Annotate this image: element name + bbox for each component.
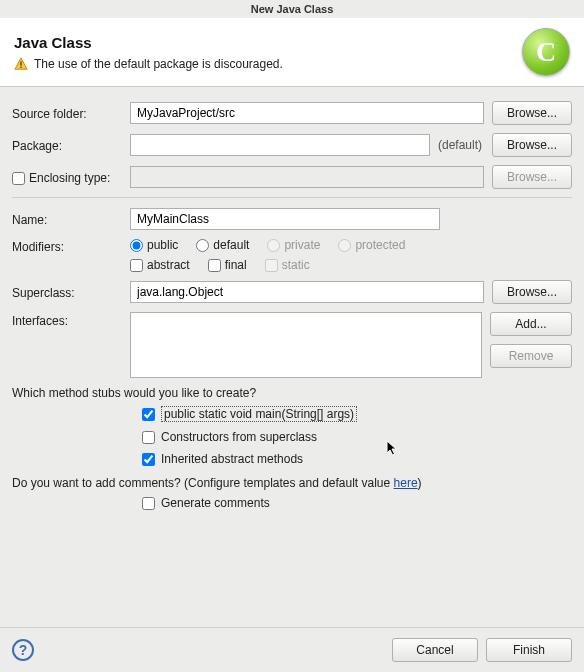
modifiers-label: Modifiers:	[12, 238, 122, 254]
method-stubs-question: Which method stubs would you like to cre…	[12, 386, 572, 400]
browse-package-button[interactable]: Browse...	[492, 133, 572, 157]
form-body: Source folder: Browse... Package: (defau…	[0, 87, 584, 514]
package-label: Package:	[12, 137, 122, 153]
warning-message: The use of the default package is discou…	[14, 57, 522, 71]
modifier-protected: protected	[338, 238, 405, 252]
help-icon[interactable]: ?	[12, 639, 34, 661]
modifier-default[interactable]: default	[196, 238, 249, 252]
source-folder-input[interactable]	[130, 102, 484, 124]
stub-main-method[interactable]: public static void main(String[] args)	[142, 406, 572, 422]
window-title: New Java Class	[0, 0, 584, 18]
remove-interface-button: Remove	[490, 344, 572, 368]
class-icon: C	[522, 28, 570, 76]
name-input[interactable]	[130, 208, 440, 230]
package-input[interactable]	[130, 134, 430, 156]
cancel-button[interactable]: Cancel	[392, 638, 478, 662]
enclosing-type-label[interactable]: Enclosing type:	[12, 169, 122, 185]
warning-icon	[14, 57, 28, 71]
dialog-footer: ? Cancel Finish	[0, 627, 584, 672]
warning-text: The use of the default package is discou…	[34, 57, 283, 71]
access-modifier-group: public default private protected	[130, 238, 572, 252]
page-title: Java Class	[14, 34, 522, 51]
browse-superclass-button[interactable]: Browse...	[492, 280, 572, 304]
svg-rect-2	[20, 66, 21, 67]
interfaces-label: Interfaces:	[12, 312, 122, 328]
modifier-static: static	[265, 258, 310, 272]
configure-templates-link[interactable]: here	[394, 476, 418, 490]
modifier-abstract[interactable]: abstract	[130, 258, 190, 272]
superclass-input[interactable]	[130, 281, 484, 303]
browse-source-button[interactable]: Browse...	[492, 101, 572, 125]
enclosing-type-checkbox[interactable]	[12, 172, 25, 185]
enclosing-type-input	[130, 166, 484, 188]
comments-question: Do you want to add comments? (Configure …	[12, 476, 572, 490]
interfaces-list[interactable]	[130, 312, 482, 378]
stub-inherited[interactable]: Inherited abstract methods	[142, 452, 572, 466]
dialog-header: Java Class The use of the default packag…	[0, 18, 584, 87]
modifier-final[interactable]: final	[208, 258, 247, 272]
browse-enclosing-button: Browse...	[492, 165, 572, 189]
finish-button[interactable]: Finish	[486, 638, 572, 662]
modifier-private: private	[267, 238, 320, 252]
name-label: Name:	[12, 211, 122, 227]
svg-rect-1	[20, 61, 21, 65]
modifier-public[interactable]: public	[130, 238, 178, 252]
source-folder-label: Source folder:	[12, 105, 122, 121]
other-modifier-group: abstract final static	[130, 258, 572, 272]
superclass-label: Superclass:	[12, 284, 122, 300]
add-interface-button[interactable]: Add...	[490, 312, 572, 336]
package-default-hint: (default)	[436, 138, 484, 152]
generate-comments[interactable]: Generate comments	[142, 496, 572, 510]
stub-constructors[interactable]: Constructors from superclass	[142, 430, 572, 444]
